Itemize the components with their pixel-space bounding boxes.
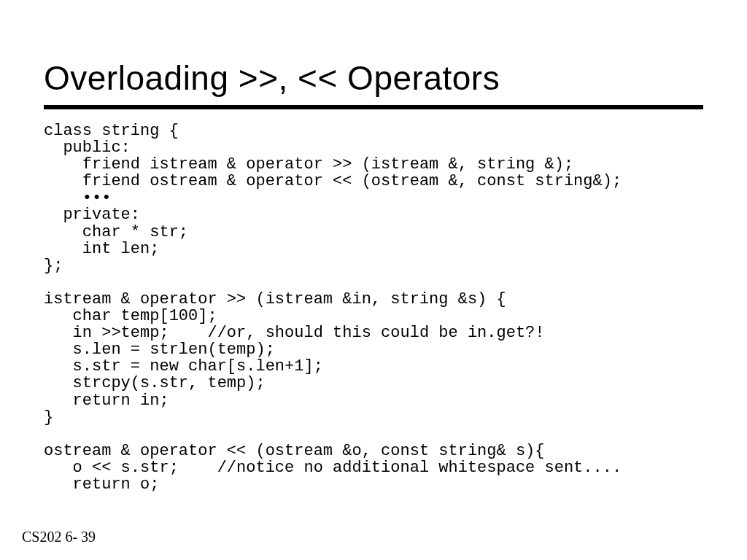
slide-footer: CS202 6- 39	[22, 529, 96, 545]
code-block: class string { public: friend istream & …	[44, 122, 703, 493]
slide-title: Overloading >>, << Operators	[44, 58, 703, 98]
slide: Overloading >>, << Operators class strin…	[0, 0, 747, 560]
title-rule	[44, 105, 703, 109]
